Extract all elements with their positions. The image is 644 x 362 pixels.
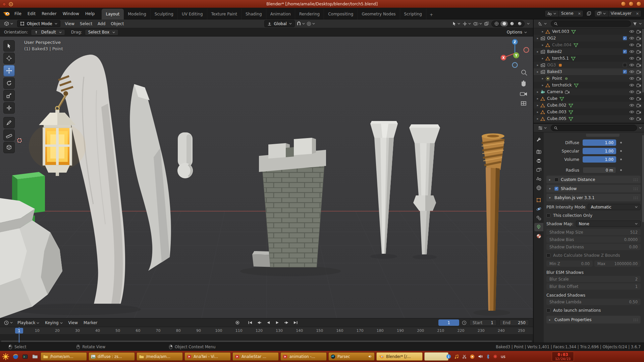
auto-launch-animations-checkbox[interactable]: [546, 308, 550, 312]
expand-icon[interactable]: ▸: [536, 117, 540, 120]
properties-tab-physics[interactable]: [534, 205, 543, 213]
taskbar-window-diffuse-zs[interactable]: diffuse : zs...: [89, 352, 135, 361]
hide-in-viewport-icon[interactable]: [628, 83, 635, 87]
tray-info-icon[interactable]: [446, 354, 451, 359]
hide-in-viewport-icon[interactable]: [628, 110, 635, 114]
tray-play-icon[interactable]: [470, 354, 475, 359]
animate-property-dot[interactable]: [620, 159, 622, 160]
disable-in-renders-icon[interactable]: [635, 110, 642, 114]
gizmo-negative-z[interactable]: [513, 63, 518, 68]
menu-file[interactable]: File: [11, 10, 24, 17]
taskbar-window-parsec[interactable]: Parsec: [328, 352, 375, 361]
properties-tab-render[interactable]: [534, 147, 543, 156]
properties-tab-tool[interactable]: [534, 135, 543, 144]
keyboard-layout-indicator[interactable]: us: [501, 354, 505, 359]
hide-in-viewport-icon[interactable]: [628, 50, 635, 54]
object-name[interactable]: Cube.005: [547, 116, 567, 121]
animate-property-dot[interactable]: [620, 169, 622, 171]
outliner-row-baked3[interactable]: ▸ Baked3 ✓: [534, 68, 644, 75]
blur-box-offset-field[interactable]: Blur Box Offset1: [546, 283, 641, 290]
timeline-menu-playback[interactable]: Playback: [15, 319, 42, 326]
timeline-scrollbar[interactable]: [1, 341, 532, 342]
workspace-tab-scripting[interactable]: Scripting: [400, 9, 426, 19]
disable-in-renders-icon[interactable]: [635, 30, 642, 34]
taskbar-clock[interactable]: 0:03 12/24/23: [552, 352, 574, 361]
start-menu-button[interactable]: [2, 352, 10, 361]
outliner-row-og2[interactable]: ▸ OG2 ✓: [534, 35, 644, 42]
tray-volume-icon[interactable]: [478, 354, 483, 359]
previous-keyframe-button[interactable]: [255, 319, 263, 326]
timeline-menu-marker[interactable]: Marker: [81, 319, 100, 326]
hide-in-viewport-icon[interactable]: [628, 56, 635, 60]
workspace-tab-modeling[interactable]: Modeling: [124, 9, 151, 19]
object-type-visibility-icon[interactable]: [452, 21, 460, 26]
expand-icon[interactable]: ▸: [541, 57, 545, 60]
transform-tool[interactable]: [3, 102, 15, 114]
workspace-tab-animation[interactable]: Animation: [266, 9, 295, 19]
viewport-menu-view[interactable]: View: [62, 20, 77, 27]
menu-help[interactable]: Help: [82, 10, 98, 17]
workspace-tab-geometry-nodes[interactable]: Geometry Nodes: [358, 9, 400, 19]
expand-icon[interactable]: ▸: [541, 77, 545, 80]
hide-in-viewport-icon[interactable]: [628, 90, 635, 94]
viewlayer-browse-button[interactable]: [595, 10, 608, 17]
frame-start-field[interactable]: Start1: [469, 319, 497, 326]
shadow-map-size-field[interactable]: Shadow Map Size512: [546, 229, 641, 235]
hide-in-viewport-icon[interactable]: [628, 76, 635, 80]
outliner-row-vert-003[interactable]: ▸ Vert.003: [534, 28, 644, 35]
expand-icon[interactable]: ▸: [536, 70, 540, 73]
taskbar-window-home-am[interactable]: /home/am...: [41, 352, 87, 361]
object-name[interactable]: torchstick: [552, 83, 572, 87]
custom-distance-checkbox[interactable]: [554, 178, 558, 182]
viewport-menu-select[interactable]: Select: [77, 20, 95, 27]
object-name[interactable]: Cube.002: [547, 103, 567, 108]
play-button[interactable]: [273, 319, 281, 326]
object-name[interactable]: Camera: [547, 89, 563, 94]
add-cube-tool[interactable]: [3, 142, 15, 153]
object-name[interactable]: Vert.003: [552, 29, 569, 34]
tray-bluetooth-icon[interactable]: [486, 354, 490, 359]
blender-logo-icon[interactable]: [3, 11, 10, 16]
taskbar-window-blender[interactable]: Blender* [/...: [376, 352, 423, 361]
add-workspace-button[interactable]: +: [426, 10, 436, 19]
scene-name[interactable]: Scene: [558, 10, 576, 17]
timeline-editor-type-button[interactable]: [2, 320, 15, 326]
workspace-tab-shading[interactable]: Shading: [241, 9, 266, 19]
shading-material-icon[interactable]: [508, 21, 516, 26]
properties-tab-output[interactable]: [534, 157, 543, 165]
disable-in-renders-icon[interactable]: [635, 77, 642, 80]
new-scene-button[interactable]: [587, 11, 591, 16]
3d-viewport[interactable]: Z X Y User Perspective (1) Baked3 | Poin…: [0, 37, 533, 318]
workspace-tab-sculpting[interactable]: Sculpting: [151, 9, 178, 19]
cursor-tool[interactable]: [3, 53, 15, 64]
workspace-tab-rendering[interactable]: Rendering: [295, 9, 324, 19]
outliner-row-cube-004[interactable]: ▸ Cube.004: [534, 42, 644, 48]
radius-slider[interactable]: 0 m: [583, 167, 616, 173]
outliner-row-cube-003[interactable]: ▸ Cube.003: [534, 109, 644, 115]
object-name[interactable]: Baked3: [547, 69, 562, 74]
hide-in-viewport-icon[interactable]: [628, 117, 635, 121]
mode-dropdown[interactable]: Object Mode: [17, 20, 60, 27]
object-name[interactable]: OG3: [547, 63, 556, 67]
close-button[interactable]: [636, 1, 641, 6]
outliner-row-camera[interactable]: ▸ Camera: [534, 88, 644, 95]
shading-options-chevron[interactable]: [527, 23, 530, 24]
tray-asterisk-icon[interactable]: [493, 354, 497, 359]
gizmo-x-label[interactable]: X: [502, 56, 505, 60]
timeline-strip[interactable]: 1102030405060708090100110120130140150160…: [0, 327, 533, 343]
hide-in-viewport-icon[interactable]: [628, 43, 635, 47]
terminal-launcher-icon[interactable]: [21, 352, 29, 361]
panel-shadow[interactable]: ▾ ✓ Shadow: [546, 185, 641, 192]
expand-icon[interactable]: ▸: [541, 43, 545, 47]
outliner-row-point[interactable]: ▸ Point: [534, 75, 644, 82]
maximize-button[interactable]: [629, 1, 634, 6]
use-preview-range-icon[interactable]: [462, 320, 467, 325]
disable-in-renders-icon[interactable]: [635, 37, 642, 40]
shading-wireframe-icon[interactable]: [493, 21, 500, 26]
panel-custom-distance[interactable]: ▸ Custom Distance: [546, 176, 641, 183]
next-keyframe-button[interactable]: [282, 319, 290, 326]
object-name[interactable]: Baked2: [547, 49, 562, 54]
move-tool[interactable]: [3, 65, 15, 76]
properties-tab-view-layer[interactable]: [534, 166, 543, 174]
menu-edit[interactable]: Edit: [24, 10, 39, 17]
